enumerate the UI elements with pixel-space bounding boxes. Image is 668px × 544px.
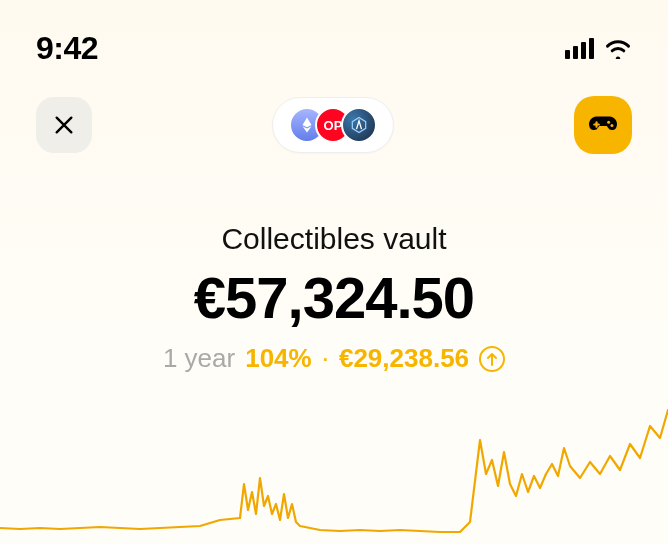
vault-stats: 1 year 104% · €29,238.56 <box>0 343 668 374</box>
stat-period: 1 year <box>163 343 235 374</box>
svg-rect-1 <box>593 124 600 126</box>
vault-summary: Collectibles vault €57,324.50 1 year 104… <box>0 222 668 374</box>
status-bar: 9:42 <box>0 0 668 72</box>
close-button[interactable] <box>36 97 92 153</box>
trend-up-icon <box>479 346 505 372</box>
vault-title: Collectibles vault <box>0 222 668 256</box>
wifi-icon <box>604 37 632 59</box>
sparkline-chart <box>0 374 668 544</box>
status-right <box>565 37 632 59</box>
status-time: 9:42 <box>36 30 98 67</box>
close-icon <box>53 114 75 136</box>
gamepad-icon <box>588 113 618 137</box>
vault-amount: €57,324.50 <box>0 264 668 331</box>
stat-gain: €29,238.56 <box>339 343 469 374</box>
stat-percent: 104% <box>245 343 312 374</box>
chain-selector[interactable]: OP <box>272 97 394 153</box>
stat-separator: · <box>322 343 329 374</box>
games-button[interactable] <box>574 96 632 154</box>
cellular-signal-icon <box>565 37 594 59</box>
header: OP <box>0 72 668 154</box>
arbitrum-icon <box>341 107 377 143</box>
svg-point-2 <box>607 121 610 124</box>
svg-point-3 <box>610 124 613 127</box>
